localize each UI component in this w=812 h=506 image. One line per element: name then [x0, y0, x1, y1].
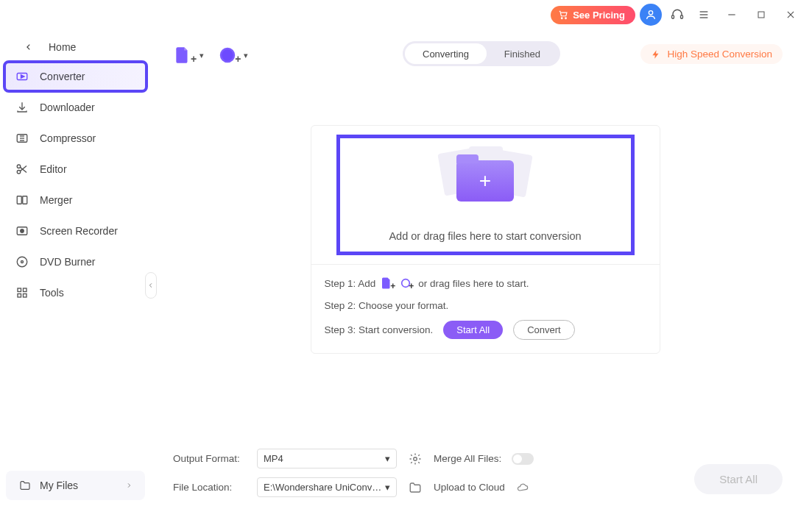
- nav-merger[interactable]: Merger: [4, 185, 146, 215]
- download-icon: [15, 100, 29, 115]
- drop-card: + Add or drag files here to start conver…: [311, 125, 660, 354]
- chevron-left-icon: [25, 43, 32, 51]
- nav-downloader[interactable]: Downloader: [4, 93, 146, 122]
- disc-icon: [15, 254, 29, 269]
- merge-icon: [15, 193, 29, 207]
- svg-rect-28: [18, 288, 21, 292]
- chevron-down-icon: ▾: [200, 51, 204, 60]
- window-close[interactable]: [778, 4, 803, 26]
- open-folder-icon[interactable]: [407, 481, 423, 494]
- svg-point-25: [21, 229, 24, 233]
- file-plus-icon: +: [380, 275, 395, 291]
- compress-icon: [15, 131, 29, 146]
- upload-cloud-label: Upload to Cloud: [434, 482, 505, 493]
- svg-rect-3: [672, 15, 674, 19]
- nav-screen-recorder[interactable]: Screen Recorder: [4, 216, 146, 246]
- menu-icon[interactable]: [693, 4, 715, 26]
- svg-point-27: [21, 261, 24, 263]
- step-3: Step 3: Start conversion.: [325, 324, 434, 335]
- svg-rect-30: [18, 294, 21, 298]
- chevron-down-icon: ▾: [385, 453, 390, 464]
- merge-label: Merge All Files:: [434, 453, 501, 464]
- support-icon[interactable]: [666, 4, 688, 26]
- see-pricing-button[interactable]: See Pricing: [551, 6, 635, 24]
- start-all-main-button[interactable]: Start All: [694, 464, 783, 494]
- file-location-select[interactable]: E:\Wondershare UniConverter 1▾: [257, 477, 397, 497]
- nav-converter[interactable]: Converter: [4, 62, 146, 91]
- svg-point-1: [565, 18, 567, 19]
- cloud-icon[interactable]: [515, 482, 530, 493]
- window-maximize[interactable]: [749, 4, 774, 26]
- merge-toggle[interactable]: [512, 453, 534, 465]
- drop-area[interactable]: + Add or drag files here to start conver…: [311, 126, 660, 264]
- high-speed-conversion-button[interactable]: High Speed Conversion: [640, 44, 783, 64]
- svg-rect-31: [24, 294, 27, 298]
- folder-icon: [19, 480, 31, 491]
- tab-converting[interactable]: Converting: [405, 43, 487, 64]
- my-files-button[interactable]: My Files: [6, 471, 145, 500]
- nav-compressor[interactable]: Compressor: [4, 124, 146, 153]
- circle-plus-icon: +: [400, 275, 414, 291]
- grid-icon: [15, 285, 29, 300]
- nav-label: Downloader: [40, 101, 95, 113]
- step-2: Step 2: Choose your format.: [325, 300, 646, 311]
- add-url-button[interactable]: + ▾: [219, 46, 248, 65]
- nav-label: Merger: [40, 194, 72, 206]
- my-files-label: My Files: [40, 480, 78, 491]
- hsc-label: High Speed Conversion: [667, 49, 772, 60]
- step-1: Step 1: Add + + or drag files here to st…: [325, 275, 646, 291]
- nav-home-label: Home: [49, 41, 76, 53]
- nav-label: Editor: [40, 163, 67, 175]
- file-location-label: File Location:: [173, 482, 247, 493]
- svg-point-32: [221, 49, 234, 62]
- main-panel: + ▾ + ▾ Converting Finished High Speed C…: [151, 29, 812, 506]
- svg-point-34: [414, 457, 417, 460]
- svg-rect-4: [681, 15, 683, 19]
- nav-label: Compressor: [40, 132, 96, 144]
- tab-switcher: Converting Finished: [403, 41, 560, 66]
- record-icon: [15, 224, 29, 238]
- sidebar: Home Converter Downloader Compressor Edi…: [0, 29, 151, 506]
- svg-rect-29: [24, 288, 27, 292]
- svg-rect-22: [17, 196, 21, 204]
- convert-button[interactable]: Convert: [513, 320, 575, 340]
- nav-label: DVD Burner: [40, 256, 95, 268]
- svg-rect-23: [23, 196, 27, 204]
- nav-label: Tools: [40, 287, 64, 299]
- account-avatar[interactable]: [640, 4, 662, 26]
- svg-point-0: [562, 18, 563, 19]
- see-pricing-label: See Pricing: [573, 10, 625, 21]
- window-minimize[interactable]: [719, 4, 744, 26]
- bolt-icon: [651, 49, 661, 60]
- nav-home[interactable]: Home: [4, 34, 146, 60]
- folder-illustration: +: [434, 148, 537, 214]
- svg-point-26: [17, 257, 27, 267]
- start-all-button[interactable]: Start All: [443, 321, 503, 339]
- scissors-icon: [15, 162, 29, 177]
- nav-tools[interactable]: Tools: [4, 278, 146, 307]
- nav-label: Screen Recorder: [40, 225, 118, 237]
- output-format-label: Output Format:: [173, 453, 247, 464]
- nav-editor[interactable]: Editor: [4, 154, 146, 184]
- converter-icon: [15, 69, 29, 84]
- plus-icon: +: [456, 160, 514, 202]
- add-file-button[interactable]: + ▾: [173, 46, 204, 65]
- chevron-down-icon: ▾: [385, 482, 390, 493]
- svg-marker-13: [21, 75, 25, 79]
- chevron-right-icon: [126, 482, 132, 489]
- chevron-down-icon: ▾: [244, 51, 248, 60]
- nav-label: Converter: [40, 71, 85, 82]
- output-format-select[interactable]: MP4▾: [257, 449, 397, 468]
- cart-icon: [558, 10, 568, 20]
- svg-rect-9: [758, 12, 764, 18]
- settings-icon[interactable]: [407, 452, 423, 466]
- svg-point-2: [649, 11, 652, 15]
- tab-finished[interactable]: Finished: [487, 43, 558, 64]
- nav-dvd-burner[interactable]: DVD Burner: [4, 247, 146, 277]
